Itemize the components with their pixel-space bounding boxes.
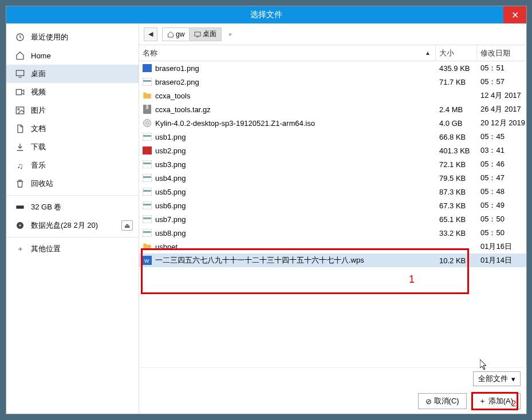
file-name-text: brasero1.png bbox=[155, 64, 199, 73]
file-date-cell: 05：51 bbox=[477, 63, 526, 73]
file-row[interactable]: usb1.png66.8 KB05：45 bbox=[139, 130, 526, 144]
file-name-cell: usb4.png bbox=[139, 173, 436, 183]
filter-row: 全部文件 ▾ bbox=[139, 367, 526, 390]
file-row[interactable]: usb8.png33.2 KB05：50 bbox=[139, 226, 526, 240]
chevron-down-icon: ▾ bbox=[511, 375, 515, 383]
file-size-cell: 72.1 KB bbox=[436, 160, 477, 169]
file-row[interactable]: brasero1.png435.9 KB05：51 bbox=[139, 61, 526, 75]
disc-icon bbox=[15, 220, 25, 231]
file-icon bbox=[143, 242, 152, 251]
action-buttons: ⊘ 取消(C) ＋ 添加(A) bbox=[139, 390, 526, 414]
dialog-title: 选择文件 bbox=[250, 10, 282, 20]
file-date-cell: 05：46 bbox=[477, 159, 526, 169]
file-name-text: ccxa_tools.tar.gz bbox=[155, 105, 211, 114]
file-name-cell: usb7.png bbox=[139, 215, 436, 224]
plus-icon: ＋ bbox=[15, 244, 25, 254]
sidebar-item-label: 音乐 bbox=[31, 160, 46, 171]
annotation-label-1: 1 bbox=[409, 274, 415, 286]
file-row[interactable]: W一二三四五六七八九十十一十二十三十四十五十六十七十八.wps10.2 KB01… bbox=[139, 253, 526, 267]
file-list[interactable]: brasero1.png435.9 KB05：51brasero2.png71.… bbox=[139, 61, 526, 367]
document-icon bbox=[15, 124, 25, 134]
sidebar-item-other[interactable]: ＋ 其他位置 bbox=[6, 240, 139, 258]
file-name-cell: usb5.png bbox=[139, 187, 436, 196]
svg-rect-15 bbox=[146, 105, 148, 109]
breadcrumb-segment-home[interactable]: gw bbox=[163, 28, 190, 41]
file-name-cell: usb8.png bbox=[139, 228, 436, 237]
file-name-cell: ccxa_tools.tar.gz bbox=[139, 105, 436, 114]
cancel-button[interactable]: ⊘ 取消(C) bbox=[418, 393, 467, 409]
main-panel: ◀ gw 桌面 ▸ 名称 bbox=[139, 23, 526, 414]
sidebar-item-label: 文档 bbox=[31, 124, 46, 134]
video-icon bbox=[15, 87, 25, 97]
svg-rect-20 bbox=[143, 146, 152, 154]
file-type-filter[interactable]: 全部文件 ▾ bbox=[473, 371, 521, 386]
file-row[interactable]: ccxa_tools12 4月 2017 bbox=[139, 89, 526, 102]
desktop-icon bbox=[15, 69, 25, 79]
sidebar-item-drive[interactable]: 32 GB 卷 bbox=[6, 198, 139, 216]
breadcrumb-segment-desktop[interactable]: 桌面 bbox=[190, 28, 221, 41]
sidebar-item-home[interactable]: Home bbox=[6, 46, 139, 65]
sidebar-item-document[interactable]: 文档 bbox=[6, 120, 139, 138]
file-date-cell: 26 4月 2017 bbox=[477, 104, 526, 114]
download-icon bbox=[15, 142, 25, 152]
file-chooser-dialog: 选择文件 ✕ 最近使用的Home桌面视频图片文档下载♫音乐回收站 32 GB 卷… bbox=[6, 6, 527, 414]
file-size-cell: 33.2 KB bbox=[436, 229, 477, 237]
column-header-date[interactable]: 修改日期 bbox=[477, 45, 526, 61]
sidebar-item-video[interactable]: 视频 bbox=[6, 83, 139, 101]
svg-rect-19 bbox=[143, 135, 151, 137]
file-row[interactable]: usbnet01月16日 bbox=[139, 240, 526, 253]
sidebar-item-music[interactable]: ♫音乐 bbox=[6, 156, 139, 175]
file-row[interactable]: ccxa_tools.tar.gz2.4 MB26 4月 2017 bbox=[139, 102, 526, 116]
column-header-size[interactable]: 大小 bbox=[436, 45, 477, 61]
add-label: 添加(A) bbox=[488, 396, 513, 406]
file-row[interactable]: brasero2.png71.7 KB05：57 bbox=[139, 75, 526, 89]
file-row[interactable]: usb6.png67.3 KB05：49 bbox=[139, 199, 526, 212]
file-row[interactable]: usb4.png79.5 KB05：47 bbox=[139, 171, 526, 185]
svg-rect-13 bbox=[143, 80, 151, 82]
sidebar-item-disc[interactable]: 数据光盘(28 2月 20)⏏ bbox=[6, 216, 139, 235]
close-button[interactable]: ✕ bbox=[503, 6, 526, 23]
file-icon bbox=[143, 160, 152, 169]
file-name-cell: brasero2.png bbox=[139, 77, 436, 86]
file-row[interactable]: usb3.png72.1 KB05：46 bbox=[139, 157, 526, 171]
file-date-cell: 05：49 bbox=[477, 200, 526, 211]
file-row[interactable]: usb2.png401.3 KB03：41 bbox=[139, 144, 526, 157]
breadcrumb-label: 桌面 bbox=[203, 29, 216, 39]
clock-icon bbox=[15, 32, 25, 42]
file-row[interactable]: usb7.png65.1 KB05：50 bbox=[139, 212, 526, 226]
sidebar-item-label: 其他位置 bbox=[31, 244, 61, 254]
back-button[interactable]: ◀ bbox=[144, 27, 157, 41]
breadcrumb: gw 桌面 bbox=[162, 27, 222, 41]
file-row[interactable]: usb5.png87.3 KB05：48 bbox=[139, 185, 526, 199]
file-icon bbox=[143, 77, 152, 86]
file-icon bbox=[143, 201, 152, 210]
sidebar-item-clock[interactable]: 最近使用的 bbox=[6, 28, 139, 46]
file-row[interactable]: Kylin-4.0.2-desktop-sp3-19120521.Z1-arm6… bbox=[139, 116, 526, 130]
file-size-cell: 4.0 GB bbox=[436, 119, 477, 128]
column-headers: 名称 ▲ 大小 修改日期 bbox=[139, 45, 526, 61]
file-icon bbox=[143, 228, 152, 237]
file-name-cell: usb3.png bbox=[139, 160, 436, 169]
sidebar-item-image[interactable]: 图片 bbox=[6, 101, 139, 120]
eject-icon[interactable]: ⏏ bbox=[121, 220, 133, 231]
forward-button[interactable]: ▸ bbox=[224, 27, 238, 41]
sidebar-item-trash[interactable]: 回收站 bbox=[6, 175, 139, 193]
file-icon bbox=[143, 132, 152, 141]
file-icon bbox=[143, 146, 152, 155]
file-date-cell: 05：57 bbox=[477, 77, 526, 87]
sidebar-item-download[interactable]: 下载 bbox=[6, 138, 139, 156]
svg-rect-26 bbox=[143, 190, 151, 192]
annotation-label-2: 2 bbox=[511, 398, 516, 408]
file-size-cell: 71.7 KB bbox=[436, 78, 477, 86]
trash-icon bbox=[15, 179, 25, 189]
svg-rect-22 bbox=[143, 163, 151, 164]
file-name-cell: usb1.png bbox=[139, 132, 436, 141]
column-header-name[interactable]: 名称 ▲ bbox=[139, 45, 436, 61]
file-icon bbox=[143, 91, 152, 100]
sidebar-item-desktop[interactable]: 桌面 bbox=[6, 65, 139, 83]
filter-label: 全部文件 bbox=[478, 374, 508, 384]
file-date-cell: 20 12月 2019 bbox=[477, 118, 526, 128]
file-name-cell: usb2.png bbox=[139, 146, 436, 155]
drive-icon bbox=[15, 202, 25, 212]
file-icon bbox=[143, 173, 152, 183]
